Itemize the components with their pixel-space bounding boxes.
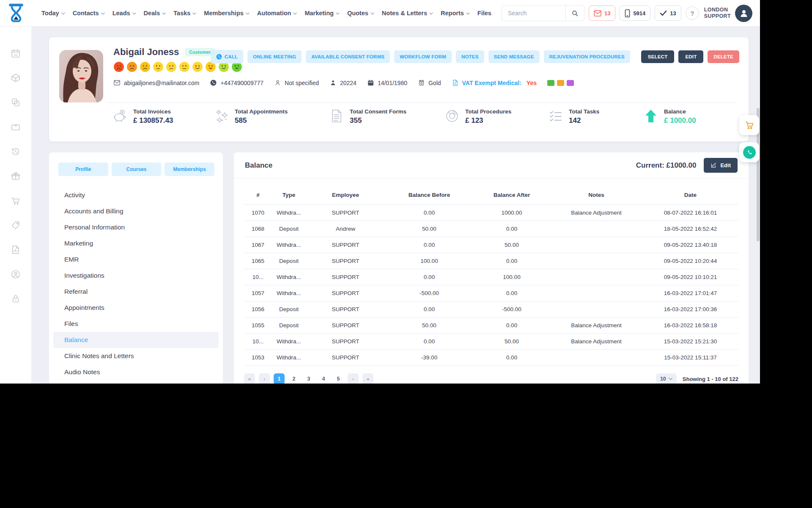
menu-item[interactable]: Files (477, 10, 491, 17)
label-green[interactable] (547, 80, 554, 86)
page-button[interactable]: 3 (303, 373, 314, 384)
table-row[interactable]: 1065 Deposit SUPPORT 100.00 0.00 09-05-2… (244, 253, 738, 269)
profile-section-item[interactable]: Accounts and Billing (53, 203, 219, 219)
client-phone[interactable]: +447490009777 (210, 79, 263, 86)
client-email[interactable]: abigailjones@mailinator.com (113, 79, 199, 86)
profile-section-item[interactable]: EMR (53, 251, 219, 268)
phone-badge[interactable]: 5914 (620, 6, 650, 21)
col-id[interactable]: # (244, 192, 272, 198)
menu-item[interactable]: Tasks (173, 10, 196, 17)
help-button[interactable]: ? (686, 6, 699, 20)
history-icon[interactable] (11, 146, 21, 157)
satisfaction-emoji[interactable] (166, 61, 177, 72)
page-size-select[interactable]: 10 (656, 373, 677, 384)
profile-section-item[interactable]: Referral (53, 284, 219, 300)
menu-item[interactable]: Today (41, 10, 65, 17)
table-row[interactable]: 1053 Withdra... SUPPORT -39.00 0.00 15-0… (244, 350, 738, 366)
search-input[interactable]: Search (502, 10, 565, 17)
satisfaction-emoji[interactable] (140, 61, 151, 72)
profile-section-item[interactable]: Files (53, 316, 219, 332)
table-row[interactable]: 10... Withdra... SUPPORT 0.00 100.00 09-… (244, 269, 738, 285)
page-button[interactable]: 5 (333, 373, 344, 384)
lock-icon[interactable] (11, 294, 21, 304)
profile-section-item[interactable]: Clinic Notes and Letters (53, 348, 219, 364)
call-widget-button[interactable] (739, 142, 759, 162)
page-button[interactable]: ‹ (259, 373, 270, 384)
table-row[interactable]: 10... Withdra... SUPPORT 0.00 50.00 Bala… (244, 334, 738, 350)
menu-item[interactable]: Notes & Letters (382, 10, 433, 17)
profile-section-item[interactable]: Appointments (53, 300, 219, 316)
package-icon[interactable] (11, 73, 21, 83)
calendar-icon[interactable]: 12 (11, 48, 21, 58)
menu-item[interactable]: Reports (441, 10, 470, 17)
action-button[interactable]: CALL (211, 50, 243, 64)
tab-courses[interactable]: Courses (112, 163, 162, 176)
profile-section-item[interactable]: Treatment Notes (53, 380, 219, 384)
col-balance-before[interactable]: Balance Before (385, 192, 473, 198)
satisfaction-emoji[interactable] (153, 61, 164, 72)
table-row[interactable]: 1070 Withdra... SUPPORT 0.00 1000.00 Bal… (244, 205, 738, 221)
cart-icon[interactable] (11, 196, 21, 206)
page-button[interactable]: 4 (318, 373, 329, 384)
menu-item[interactable]: Contacts (73, 10, 105, 17)
page-button[interactable]: 1 (274, 373, 285, 384)
client-photo[interactable] (59, 50, 103, 102)
page-button[interactable]: « (244, 373, 255, 384)
search-box[interactable]: Search (502, 5, 584, 21)
action-button[interactable]: NOTES (456, 50, 484, 63)
label-orange[interactable] (557, 80, 564, 86)
copy-icon[interactable] (11, 97, 21, 108)
action-button[interactable]: EDIT (678, 50, 703, 63)
action-button[interactable]: AVAILABLE CONSENT FORMS (306, 50, 390, 63)
tab-profile[interactable]: Profile (58, 163, 108, 176)
menu-item[interactable]: Leads (112, 10, 136, 17)
action-button[interactable]: SEND MESSAGE (488, 50, 540, 63)
col-type[interactable]: Type (272, 192, 306, 198)
action-button[interactable]: WORKFLOW FORM (394, 50, 452, 63)
tab-memberships[interactable]: Memberships (165, 163, 214, 176)
menu-item[interactable]: Quotes (347, 10, 374, 17)
cart-widget-button[interactable] (739, 115, 759, 135)
action-button[interactable]: DELETE (708, 50, 739, 63)
messages-badge[interactable]: 13 (589, 6, 615, 21)
table-row[interactable]: 1057 Withdra... SUPPORT -500.00 0.00 16-… (244, 285, 738, 301)
gift-icon[interactable] (11, 171, 21, 181)
action-button[interactable]: ONLINE MEETING (247, 50, 302, 63)
page-button[interactable]: 2 (288, 373, 299, 384)
search-icon[interactable] (565, 6, 584, 21)
profile-section-item[interactable]: Audio Notes (53, 364, 219, 380)
profile-section-item[interactable]: Personal Information (53, 219, 219, 235)
page-button[interactable]: › (348, 373, 359, 384)
edit-balance-button[interactable]: Edit (704, 158, 738, 173)
table-row[interactable]: 1055 Deposit SUPPORT 50.00 0.00 Balance … (244, 318, 738, 334)
label-purple[interactable] (567, 80, 574, 86)
menu-item[interactable]: Deals (144, 10, 166, 17)
col-employee[interactable]: Employee (306, 192, 385, 198)
action-button[interactable]: REJUVENATION PROCEDURES (544, 50, 630, 63)
page-button[interactable]: » (362, 373, 373, 384)
col-date[interactable]: Date (642, 192, 738, 198)
satisfaction-emoji[interactable] (113, 61, 124, 72)
support-icon[interactable] (11, 269, 21, 279)
pabau-logo[interactable] (8, 3, 25, 23)
price-tag-icon[interactable] (11, 220, 21, 230)
profile-section-item[interactable]: Marketing (53, 235, 219, 251)
user-avatar[interactable] (735, 5, 752, 22)
tasks-badge[interactable]: 13 (655, 6, 681, 21)
menu-item[interactable]: Marketing (304, 10, 340, 17)
menu-item[interactable]: Automation (257, 10, 297, 17)
col-balance-after[interactable]: Balance After (473, 192, 550, 198)
table-row[interactable]: 1068 Deposit Andrew 50.00 0.00 18-05-202… (244, 221, 738, 237)
table-row[interactable]: 1067 Withdra... SUPPORT 0.00 50.00 09-05… (244, 237, 738, 253)
satisfaction-emoji[interactable] (126, 61, 137, 72)
profile-section-item[interactable]: Balance (53, 332, 219, 348)
col-notes[interactable]: Notes (550, 192, 642, 198)
satisfaction-emoji[interactable] (192, 61, 203, 72)
table-row[interactable]: 1056 Deposit SUPPORT 0.00 -500.00 16-03-… (244, 301, 738, 318)
vat-exempt-status[interactable]: VAT Exempt Medical:Yes (452, 79, 537, 86)
action-button[interactable]: SELECT (641, 50, 675, 63)
profile-section-item[interactable]: Investigations (53, 268, 219, 284)
satisfaction-emoji[interactable] (179, 61, 190, 72)
report-icon[interactable] (11, 245, 21, 255)
profile-section-item[interactable]: Activity (53, 187, 219, 203)
